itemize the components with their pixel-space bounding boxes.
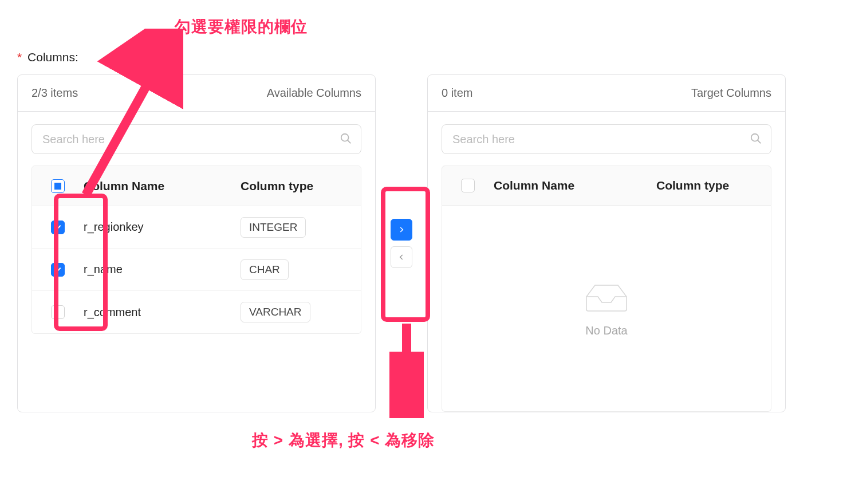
target-select-all-checkbox[interactable]	[461, 179, 475, 192]
target-title: Target Columns	[691, 86, 771, 100]
row-column-name: r_comment	[84, 306, 241, 319]
row-column-name: r_regionkey	[84, 220, 241, 234]
target-panel: 0 item Target Columns Column Name Column…	[427, 74, 786, 412]
move-right-button[interactable]	[391, 219, 412, 241]
required-asterisk: *	[17, 50, 22, 64]
column-header-type: Column type	[241, 179, 355, 193]
row-column-type: CHAR	[241, 259, 289, 280]
target-search-input[interactable]	[442, 124, 771, 154]
search-icon	[340, 132, 352, 145]
select-all-checkbox[interactable]	[51, 179, 65, 193]
annotation-top: 勾選要權限的欄位	[175, 16, 308, 38]
target-column-header-type: Column type	[656, 179, 771, 192]
search-icon	[750, 132, 762, 145]
target-panel-header: 0 item Target Columns	[428, 75, 785, 112]
table-row: r_comment VARCHAR	[32, 291, 361, 333]
row-column-name: r_name	[84, 263, 241, 276]
source-count: 2/3 items	[31, 86, 78, 100]
source-search-input[interactable]	[31, 124, 361, 154]
transfer-controls	[376, 74, 427, 412]
field-label: * Columns:	[17, 50, 826, 64]
row-checkbox[interactable]	[51, 305, 65, 319]
target-column-header-name: Column Name	[494, 179, 656, 192]
move-left-button[interactable]	[391, 246, 412, 268]
table-row: r_name CHAR	[32, 249, 361, 291]
empty-inbox-icon	[584, 279, 629, 314]
svg-line-1	[348, 140, 351, 144]
svg-point-2	[751, 134, 759, 141]
column-header-name: Column Name	[84, 179, 241, 193]
row-checkbox[interactable]	[51, 263, 65, 277]
table-row: r_regionkey INTEGER	[32, 206, 361, 249]
target-count: 0 item	[442, 86, 472, 100]
annotation-bottom: 按 > 為選擇, 按 < 為移除	[252, 430, 435, 451]
source-panel-header: 2/3 items Available Columns	[18, 75, 375, 112]
field-label-text: Columns:	[27, 50, 78, 64]
row-column-type: VARCHAR	[241, 302, 310, 322]
target-empty-body: No Data	[442, 206, 771, 412]
row-column-type: INTEGER	[241, 217, 306, 238]
svg-point-0	[341, 134, 349, 141]
no-data-text: No Data	[585, 324, 627, 337]
row-checkbox[interactable]	[51, 220, 65, 234]
source-panel: 2/3 items Available Columns Column Name	[17, 74, 376, 412]
source-title: Available Columns	[267, 86, 361, 100]
svg-line-3	[758, 140, 761, 144]
